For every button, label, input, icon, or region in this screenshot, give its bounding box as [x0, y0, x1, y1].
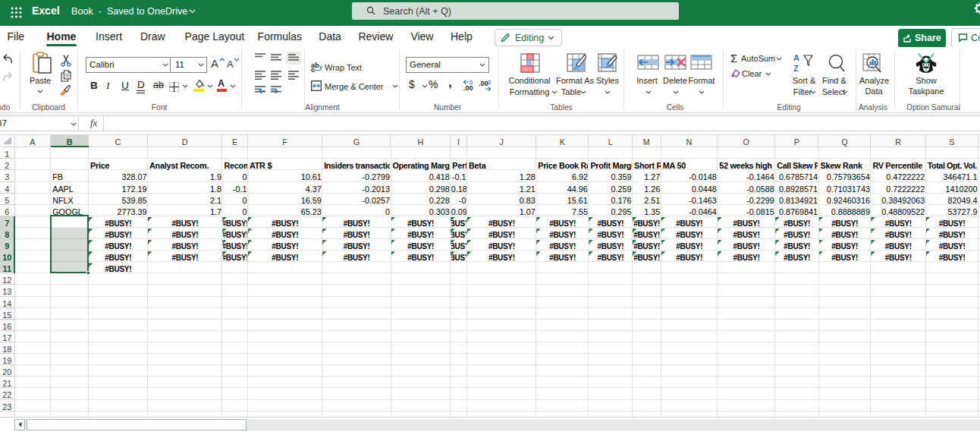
svg-text:0: 0	[470, 80, 473, 85]
svg-text:Z: Z	[793, 64, 799, 73]
svg-text:A: A	[793, 53, 799, 62]
svg-text:0: 0	[488, 80, 491, 85]
svg-text:.00: .00	[479, 80, 488, 87]
svg-text:c: c	[311, 66, 315, 72]
svg-text:.00: .00	[463, 84, 473, 91]
